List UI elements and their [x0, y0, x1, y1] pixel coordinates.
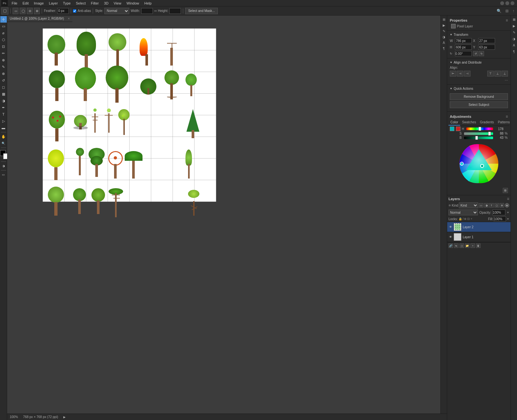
menu-edit[interactable]: Edit [20, 1, 31, 6]
char-icon[interactable]: A [441, 40, 447, 45]
opacity-input[interactable] [492, 210, 505, 215]
menu-layer[interactable]: Layer [46, 1, 60, 6]
gradient-tool[interactable]: ▦ [0, 91, 7, 97]
ellipse-select-icon[interactable]: ◯ [20, 8, 26, 14]
layer-1-visibility[interactable]: 👁 [448, 235, 452, 239]
tab-gradients[interactable]: Gradients [478, 119, 496, 126]
pixel-filter-icon[interactable]: ▭ [479, 203, 483, 208]
lock-position-icon[interactable]: ⊕ [464, 217, 467, 220]
red-swatch[interactable] [456, 127, 460, 131]
rect-select-icon[interactable]: ▭ [13, 8, 18, 14]
align-center-h-btn[interactable]: ⊣ [457, 71, 463, 77]
play-icon[interactable]: ▶ [441, 23, 447, 28]
move-tool[interactable]: ✛ [0, 16, 7, 23]
single-row-icon[interactable]: ⊟ [27, 8, 33, 14]
paragraph-icon[interactable]: ¶ [441, 46, 447, 51]
height-input[interactable] [169, 8, 181, 14]
select-subject-btn[interactable]: Select Subject [450, 101, 508, 108]
eyedropper-tool[interactable]: ✏ [0, 50, 7, 56]
search-icon[interactable]: 🔍 [495, 9, 503, 13]
minimize-btn[interactable] [500, 1, 504, 5]
panel-adj-icon[interactable]: ◑ [512, 36, 517, 41]
shape-filter-icon[interactable]: ◻ [494, 203, 499, 208]
properties-icon[interactable]: ⊞ [441, 17, 447, 22]
layer-kind-select[interactable]: Kind [459, 202, 478, 208]
menu-filter[interactable]: Filter [88, 1, 101, 6]
clone-tool[interactable]: ⊗ [0, 70, 7, 77]
width-input[interactable] [141, 8, 153, 14]
path-select-tool[interactable]: ▷ [0, 118, 7, 124]
lock-move-icon[interactable]: + [470, 217, 472, 220]
menu-help[interactable]: Help [142, 1, 154, 6]
artboard-tool[interactable]: ▭ [0, 23, 7, 29]
layer-delete-icon[interactable]: 🗑 [476, 243, 480, 248]
blend-mode-select[interactable]: Normal Multiply Screen [448, 210, 478, 215]
color-wheel[interactable] [458, 143, 500, 185]
rotate-ccw-btn[interactable]: ↺ [473, 51, 478, 56]
fill-arrow[interactable]: ▼ [507, 218, 509, 220]
hue-slider-track[interactable] [466, 128, 493, 130]
menu-file[interactable]: File [9, 1, 20, 6]
history-brush-tool[interactable]: ↺ [0, 77, 7, 84]
rotate-cw-btn[interactable]: ↻ [479, 51, 484, 56]
anti-alias-checkbox[interactable] [73, 9, 76, 13]
panel-properties-icon[interactable]: ⊞ [512, 17, 517, 22]
align-bottom-btn[interactable]: ⊥ [501, 71, 508, 77]
layer-row-2[interactable]: 👁 Layer 2 [447, 222, 511, 232]
pen-tool[interactable]: ✒ [0, 104, 7, 111]
canvas-tab-close[interactable]: × [68, 17, 70, 20]
crop-tool[interactable]: ⊡ [0, 43, 7, 50]
panel-brush-icon[interactable]: ✎ [512, 30, 517, 35]
quick-mask-tool[interactable]: ◑ [0, 163, 7, 169]
opacity-arrow[interactable]: ▼ [507, 211, 509, 214]
align-header[interactable]: ▼ Align and Distribute [448, 60, 509, 65]
spot-heal-tool[interactable]: ⊕ [0, 57, 7, 63]
status-arrow[interactable]: ▶ [63, 415, 66, 419]
shape-tool[interactable]: ▬ [0, 125, 7, 131]
screen-mode-tool[interactable]: ▭ [0, 171, 7, 178]
menu-3d[interactable]: 3D [101, 1, 111, 6]
adjust-filter-icon[interactable]: ◑ [484, 203, 489, 208]
photoshop-canvas[interactable] [43, 28, 216, 202]
layer-effect-icon[interactable]: fx [454, 243, 459, 248]
menu-image[interactable]: Image [31, 1, 47, 6]
fill-input[interactable] [494, 216, 506, 221]
text-filter-icon[interactable]: T [489, 203, 494, 208]
select-mask-btn[interactable]: Select and Mask... [185, 8, 217, 14]
layer-group-icon[interactable]: 📁 [465, 243, 470, 248]
tab-patterns[interactable]: Patterns [496, 119, 511, 126]
rotate-input[interactable] [455, 51, 472, 56]
lock-all-icon[interactable]: 🔒 [459, 217, 462, 220]
color-palette-expand-btn[interactable]: ⊞ [503, 188, 508, 193]
sat-slider-track[interactable] [464, 132, 493, 135]
layer-2-visibility[interactable]: 👁 [448, 225, 452, 229]
swap-wh-icon[interactable]: ⇔ [154, 9, 157, 13]
maximize-btn[interactable] [505, 1, 509, 5]
layout-icon[interactable]: ⊞ [504, 9, 510, 13]
panel-timeline-icon[interactable]: ▶ [512, 23, 517, 28]
remove-background-btn[interactable]: Remove Background [450, 93, 508, 100]
lasso-tool[interactable]: ⌀ [0, 30, 7, 36]
close-btn[interactable] [511, 1, 514, 5]
dodge-tool[interactable]: ◑ [0, 97, 7, 104]
brush-settings-icon[interactable]: ✎ [441, 28, 447, 34]
menu-view[interactable]: View [111, 1, 124, 6]
layer-filter-toggle[interactable]: ● [505, 203, 509, 208]
align-left-btn[interactable]: ⊢ [450, 71, 456, 77]
quick-select-tool[interactable]: ⬡ [0, 36, 7, 43]
eraser-tool[interactable]: ◻ [0, 84, 7, 90]
cyan-swatch[interactable] [450, 127, 454, 131]
x-input[interactable] [478, 38, 495, 43]
bright-slider-track[interactable] [464, 137, 493, 139]
align-top-btn[interactable]: ⊤ [487, 71, 494, 77]
tab-swatches[interactable]: Swatches [460, 119, 478, 126]
w-input[interactable] [455, 38, 472, 43]
lock-artboard-icon[interactable]: ⊡ [467, 217, 470, 220]
h-input[interactable] [455, 45, 472, 50]
menu-type[interactable]: Type [60, 1, 73, 6]
smart-filter-icon[interactable]: ⊛ [500, 203, 504, 208]
layer-link-icon[interactable]: 🔗 [448, 243, 453, 248]
text-tool[interactable]: T [0, 111, 7, 118]
zoom-tool[interactable]: 🔍 [0, 140, 7, 147]
y-input[interactable] [478, 45, 495, 50]
